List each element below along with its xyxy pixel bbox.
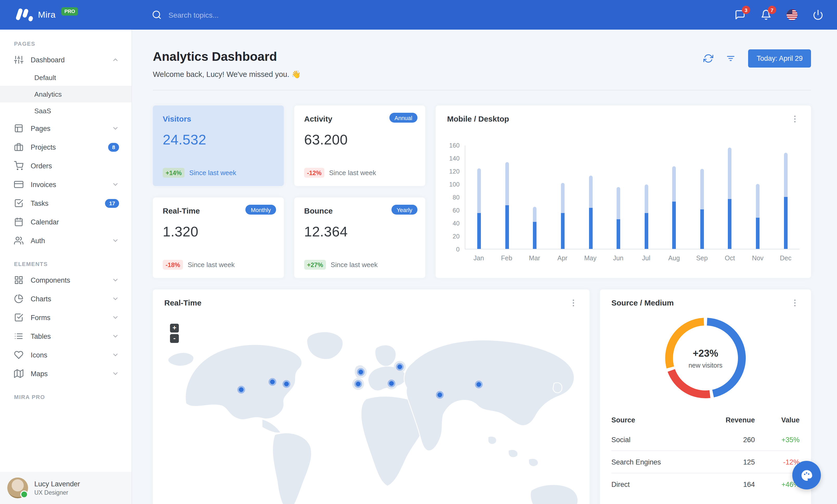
map-zoom-in-button[interactable]: + [170, 324, 179, 333]
map-marker[interactable] [387, 379, 395, 387]
source-table: Source Revenue Value Social 260 +35% Sea… [611, 411, 800, 495]
logout-button[interactable] [813, 10, 823, 20]
avatar[interactable] [7, 478, 28, 498]
more-vertical-icon[interactable] [569, 298, 578, 307]
filter-icon[interactable] [726, 54, 736, 63]
bar-dec[interactable] [784, 153, 787, 249]
x-tick-label: Jul [632, 255, 660, 262]
sliders-icon [14, 55, 23, 64]
sidebar-item-default[interactable]: Default [0, 69, 131, 86]
y-tick-label: 160 [449, 142, 460, 149]
stat-delta-badge: +27% [304, 260, 326, 270]
search-icon [152, 10, 162, 20]
chevron-down-icon [112, 351, 119, 358]
source-medium-title: Source / Medium [611, 298, 674, 307]
stat-card-visitors[interactable]: Visitors 24.532 +14% Since last week [153, 106, 284, 186]
period-badge-monthly[interactable]: Monthly [246, 205, 276, 214]
world-map[interactable]: + - [153, 316, 590, 504]
stat-card-bounce[interactable]: Bounce Yearly 12.364 +27% Since last wee… [294, 198, 425, 278]
sidebar-item-saas[interactable]: SaaS [0, 102, 131, 119]
search-input[interactable] [168, 11, 304, 19]
col-header-revenue: Revenue [696, 411, 768, 429]
stat-value: 1.320 [163, 224, 274, 240]
map-marker[interactable] [396, 363, 404, 371]
chevron-up-icon [112, 56, 119, 63]
table-row[interactable]: Search Engines 125 -12% [611, 451, 800, 473]
stat-caption: Since last week [189, 169, 236, 177]
messages-button[interactable]: 3 [735, 10, 746, 20]
stat-card-realtime[interactable]: Real-Time Monthly 1.320 -18% Since last … [153, 198, 284, 278]
sidebar-item-icons[interactable]: Icons [0, 346, 131, 364]
heart-icon [14, 350, 23, 359]
map-title: Real-Time [164, 298, 201, 307]
sidebar-item-auth[interactable]: Auth [0, 231, 131, 250]
map-marker[interactable] [436, 391, 444, 399]
sidebar-item-charts[interactable]: Charts [0, 290, 131, 308]
sidebar-item-tasks[interactable]: Tasks 17 [0, 194, 131, 212]
stat-delta-badge: -18% [163, 260, 183, 270]
map-marker[interactable] [268, 378, 276, 386]
brand[interactable]: Mira PRO [0, 7, 132, 22]
chevron-down-icon [112, 237, 119, 244]
notifications-count-badge: 7 [768, 6, 776, 14]
calendar-icon [14, 217, 23, 226]
chevron-down-icon [112, 276, 119, 284]
map-marker[interactable] [283, 380, 290, 388]
sidebar-item-projects[interactable]: Projects 8 [0, 138, 131, 156]
period-badge-annual[interactable]: Annual [389, 113, 417, 123]
x-tick-label: Mar [521, 255, 549, 262]
cell-source: Social [611, 429, 696, 451]
map-zoom-out-button[interactable]: - [170, 334, 179, 343]
language-flag-us[interactable] [787, 10, 798, 20]
bar-may[interactable] [589, 175, 592, 249]
sidebar-item-calendar[interactable]: Calendar [0, 212, 131, 231]
bar-jul[interactable] [645, 185, 648, 249]
table-row[interactable]: Social 260 +35% [611, 429, 800, 451]
bar-mar[interactable] [533, 207, 537, 249]
map-marker[interactable] [357, 368, 365, 376]
sidebar-item-dashboard[interactable]: Dashboard [0, 50, 131, 69]
sidebar-item-forms[interactable]: Forms [0, 308, 131, 327]
table-row[interactable]: Direct 164 +46% [611, 473, 800, 495]
stat-card-activity[interactable]: Activity Annual 63.200 -12% Since last w… [294, 106, 425, 186]
global-search[interactable] [152, 10, 304, 20]
stat-delta-badge: +14% [163, 168, 184, 178]
chevron-down-icon [112, 370, 119, 377]
more-vertical-icon[interactable] [790, 114, 800, 124]
page-title: Analytics Dashboard [153, 49, 301, 64]
sidebar-item-pages[interactable]: Pages [0, 119, 131, 138]
map-marker[interactable] [237, 386, 245, 394]
bar-oct[interactable] [728, 148, 732, 249]
bar-aug[interactable] [673, 167, 676, 249]
sidebar-item-components[interactable]: Components [0, 271, 131, 290]
notifications-button[interactable]: 7 [761, 10, 771, 20]
user-role: UX Designer [34, 489, 80, 496]
theme-settings-fab[interactable] [792, 461, 821, 489]
bar-sep[interactable] [700, 169, 704, 249]
bar-feb[interactable] [505, 162, 509, 249]
map-marker[interactable] [475, 380, 482, 388]
source-medium-card: Source / Medium +23% new visitors Source… [600, 290, 811, 504]
donut-chart[interactable]: +23% new visitors [661, 314, 750, 404]
x-tick-label: Jan [465, 255, 493, 262]
sidebar-item-analytics[interactable]: Analytics [0, 86, 131, 102]
bar-apr[interactable] [561, 183, 565, 249]
map-marker[interactable] [354, 380, 362, 388]
bar-jun[interactable] [617, 187, 620, 249]
more-vertical-icon[interactable] [790, 298, 800, 307]
period-badge-yearly[interactable]: Yearly [391, 205, 417, 214]
y-tick-label: 40 [452, 220, 460, 227]
donut-segment-search-engines[interactable] [671, 371, 710, 394]
sidebar-item-maps[interactable]: Maps [0, 364, 131, 383]
y-tick-label: 100 [449, 181, 460, 188]
refresh-icon[interactable] [704, 54, 714, 63]
messages-count-badge: 3 [742, 6, 750, 14]
sidebar-item-orders[interactable]: Orders [0, 156, 131, 175]
sidebar-item-tables[interactable]: Tables [0, 327, 131, 346]
today-button[interactable]: Today: April 29 [748, 49, 811, 68]
bar-jan[interactable] [478, 168, 481, 249]
bar-nov[interactable] [756, 184, 760, 249]
sidebar-item-invoices[interactable]: Invoices [0, 175, 131, 194]
pro-badge: PRO [61, 7, 78, 15]
sidebar-user-footer[interactable]: Lucy Lavender UX Designer [0, 472, 131, 504]
